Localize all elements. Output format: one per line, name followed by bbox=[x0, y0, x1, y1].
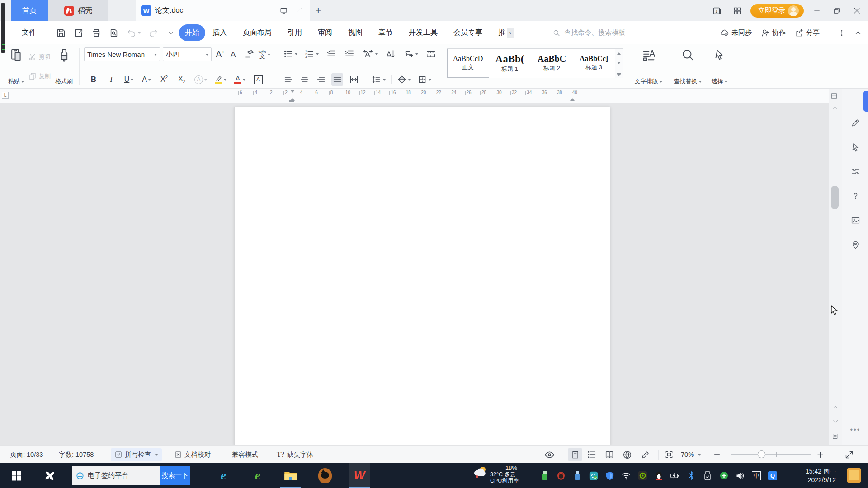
decrease-indent-icon[interactable] bbox=[325, 47, 338, 60]
save-icon[interactable] bbox=[55, 27, 67, 39]
undo-button[interactable] bbox=[126, 27, 142, 39]
scroll-up-icon[interactable] bbox=[830, 106, 840, 110]
ribbon-tab-insert[interactable]: 插入 bbox=[212, 28, 227, 38]
eye-protect-icon[interactable] bbox=[544, 446, 555, 464]
zoom-level[interactable]: 70% bbox=[681, 446, 701, 464]
clear-format-icon[interactable] bbox=[243, 48, 255, 61]
phonetic-guide-icon[interactable]: wén 文 bbox=[258, 48, 271, 61]
format-painter-button[interactable]: 格式刷 bbox=[53, 47, 75, 87]
text-layout-button[interactable]: 文字排版 bbox=[633, 47, 664, 87]
compat-mode-label[interactable]: 兼容模式 bbox=[232, 446, 258, 464]
shading-icon[interactable] bbox=[396, 73, 412, 86]
fullscreen-icon[interactable] bbox=[844, 446, 854, 464]
login-button[interactable]: 立即登录 bbox=[750, 4, 804, 18]
taskbar-clock[interactable]: 15:42 周一 2022/9/12 bbox=[794, 463, 836, 488]
styles-scroll-up-icon[interactable] bbox=[617, 51, 621, 55]
tray-redcat-icon[interactable] bbox=[556, 471, 566, 481]
ribbon-tab-references[interactable]: 引用 bbox=[288, 28, 302, 38]
tray-q-app-icon[interactable]: Q bbox=[768, 471, 778, 481]
increase-indent-icon[interactable] bbox=[343, 47, 356, 60]
fit-page-icon[interactable] bbox=[665, 446, 674, 464]
annotate-pen-icon[interactable] bbox=[849, 116, 862, 129]
app-cat-icon[interactable] bbox=[315, 463, 335, 488]
close-window-button[interactable] bbox=[850, 4, 863, 18]
strikethrough-icon[interactable]: A bbox=[141, 73, 152, 86]
right-indent-marker[interactable] bbox=[570, 96, 575, 101]
tab-document[interactable]: W 论文.doc bbox=[136, 0, 310, 21]
redo-button[interactable] bbox=[147, 27, 159, 39]
ribbon-tab-dev-tools[interactable]: 开发工具 bbox=[409, 28, 438, 38]
app-file-explorer-icon[interactable] bbox=[280, 463, 301, 488]
tray-ime-icon[interactable]: 中 bbox=[751, 471, 761, 481]
borders-icon[interactable] bbox=[416, 73, 432, 86]
zoom-out-icon[interactable] bbox=[713, 446, 721, 464]
copy-button[interactable]: 复制 bbox=[28, 72, 51, 80]
superscript-icon[interactable]: X2 bbox=[158, 73, 170, 86]
ribbon-tab-review[interactable]: 审阅 bbox=[318, 28, 332, 38]
styles-scroll-down-icon[interactable] bbox=[617, 62, 621, 66]
tray-usb-green-icon[interactable] bbox=[540, 471, 550, 481]
customize-toolbar-icon[interactable] bbox=[165, 27, 177, 39]
app-wps-icon[interactable]: W bbox=[349, 463, 370, 488]
tray-bluetooth-icon[interactable] bbox=[686, 471, 696, 481]
tab-docer[interactable]: 稻壳 bbox=[48, 0, 108, 21]
missing-font-button[interactable]: T? 缺失字体 bbox=[277, 446, 313, 464]
workbench-grid-icon[interactable] bbox=[731, 4, 744, 18]
tab-stops-icon[interactable] bbox=[425, 47, 437, 60]
pinwheel-app-icon[interactable] bbox=[39, 463, 61, 488]
zoom-in-icon[interactable] bbox=[816, 446, 824, 464]
tab-home[interactable]: 首页 bbox=[11, 0, 48, 21]
export-icon[interactable] bbox=[73, 27, 85, 39]
web-view-icon[interactable] bbox=[623, 446, 632, 464]
ribbon-tab-member[interactable]: 会员专享 bbox=[453, 28, 482, 38]
rail-more-icon[interactable]: ••• bbox=[849, 423, 862, 436]
tab-selector-icon[interactable]: L bbox=[2, 92, 9, 99]
print-preview-icon[interactable] bbox=[108, 27, 120, 39]
collaborate-button[interactable]: 协作 bbox=[761, 28, 786, 38]
restore-button[interactable] bbox=[830, 4, 844, 18]
ribbon-tab-page-layout[interactable]: 页面布局 bbox=[243, 28, 272, 38]
ribbon-tabs-overflow-arrow[interactable]: › bbox=[507, 28, 514, 38]
bullet-list-icon[interactable] bbox=[283, 47, 298, 60]
taskbar-search-button[interactable]: 搜索一下 bbox=[160, 466, 190, 485]
sort-icon[interactable] bbox=[384, 47, 397, 60]
task-pane-handle[interactable] bbox=[863, 91, 868, 112]
numbered-list-icon[interactable]: 123 bbox=[304, 47, 320, 60]
integrate-window-icon[interactable]: 1 bbox=[711, 4, 724, 18]
print-icon[interactable] bbox=[90, 27, 102, 39]
command-search[interactable]: 查找命令、搜索模板 bbox=[552, 21, 625, 44]
ink-edit-icon[interactable] bbox=[641, 446, 650, 464]
page-indicator[interactable]: 页面: 10/33 bbox=[10, 446, 43, 464]
align-right-icon[interactable] bbox=[315, 73, 327, 86]
decrease-font-icon[interactable]: A− bbox=[229, 48, 241, 61]
zoom-slider-thumb[interactable] bbox=[758, 450, 765, 458]
word-count[interactable]: 字数: 10758 bbox=[59, 446, 94, 464]
cast-screen-icon[interactable] bbox=[278, 5, 289, 17]
tray-qq-icon[interactable] bbox=[654, 471, 664, 481]
adjust-sliders-icon[interactable] bbox=[849, 164, 862, 178]
font-size-select[interactable]: 小四 bbox=[163, 47, 212, 61]
cut-button[interactable]: 剪切 bbox=[28, 53, 51, 61]
italic-icon[interactable]: I bbox=[105, 73, 117, 86]
tray-nvidia-icon[interactable] bbox=[637, 471, 647, 481]
notification-folder-icon[interactable] bbox=[847, 468, 861, 483]
help-icon[interactable] bbox=[849, 189, 862, 202]
ribbon-tab-section[interactable]: 章节 bbox=[378, 28, 393, 38]
font-color-icon[interactable]: A bbox=[233, 73, 246, 86]
close-tab-icon[interactable] bbox=[293, 5, 305, 17]
underline-icon[interactable]: U bbox=[123, 73, 135, 86]
spell-check-toggle[interactable]: 拼写检查 bbox=[111, 446, 162, 464]
font-name-select[interactable]: Times New Roman bbox=[84, 47, 160, 61]
locate-pin-icon[interactable] bbox=[849, 238, 862, 251]
more-options-icon[interactable] bbox=[838, 29, 845, 37]
text-direction-icon[interactable] bbox=[402, 47, 419, 60]
zoom-slider-track[interactable] bbox=[731, 454, 811, 455]
line-spacing-icon[interactable] bbox=[370, 73, 387, 86]
char-scale-icon[interactable] bbox=[361, 47, 379, 60]
image-tool-icon[interactable] bbox=[849, 213, 862, 227]
style-heading2[interactable]: AaBbC 标题 2 bbox=[531, 49, 573, 78]
outline-view-icon[interactable] bbox=[587, 446, 596, 464]
ribbon-tab-view[interactable]: 视图 bbox=[348, 28, 363, 38]
page-nav-icon[interactable] bbox=[830, 433, 840, 440]
tray-usb-blue-icon[interactable] bbox=[572, 471, 582, 481]
